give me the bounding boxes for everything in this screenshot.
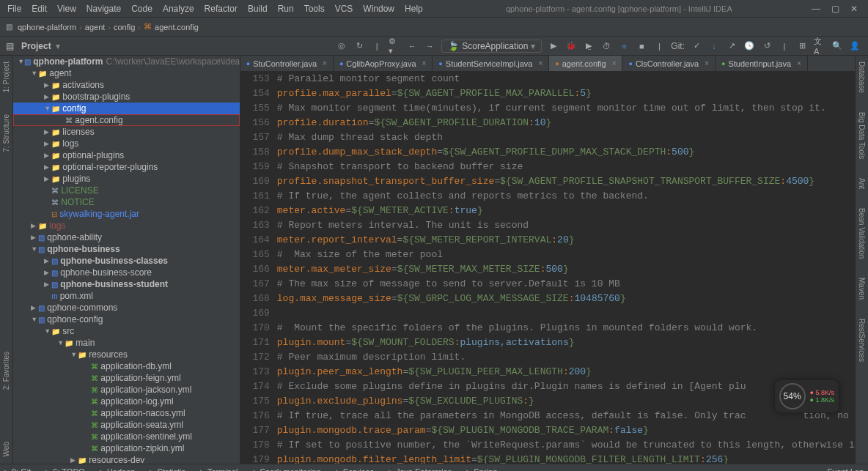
avatar-icon[interactable]: 👤 bbox=[849, 40, 861, 52]
breadcrumb-root[interactable]: qphone-platform bbox=[18, 23, 76, 31]
menu-vcs[interactable]: VCS bbox=[331, 2, 358, 15]
git-rollback-icon[interactable]: ↺ bbox=[761, 40, 773, 52]
run-icon[interactable]: ▶ bbox=[548, 40, 559, 52]
structure-tab[interactable]: 7: Structure bbox=[2, 114, 10, 152]
bigdata-tab[interactable]: Big Data Tools bbox=[858, 112, 866, 159]
tab-close-icon[interactable]: × bbox=[705, 59, 709, 67]
project-tool-icon[interactable]: ▤ bbox=[3, 41, 17, 51]
stop-icon[interactable]: ■ bbox=[636, 40, 647, 52]
tool-6todo[interactable]: ▸6: TODO bbox=[45, 467, 85, 471]
dropdown-icon[interactable]: ▾ bbox=[56, 41, 60, 51]
tree-item-application-seata-yml[interactable]: ⌘application-seata.yml bbox=[13, 419, 239, 431]
tree-item-plugins[interactable]: ▶📁plugins bbox=[13, 173, 239, 185]
git-commit-icon[interactable]: ↓ bbox=[708, 40, 720, 52]
close-icon[interactable]: ✕ bbox=[849, 4, 859, 14]
tab-close-icon[interactable]: × bbox=[422, 59, 427, 67]
menu-navigate[interactable]: Navigate bbox=[82, 2, 125, 15]
tree-item-qphone-business-score[interactable]: ▶▧qphone-business-score bbox=[13, 267, 239, 278]
debug-icon[interactable]: 🐞 bbox=[565, 40, 577, 52]
menu-build[interactable]: Build bbox=[243, 2, 272, 15]
tree-item-application-sentinel-yml[interactable]: ⌘application-sentinel.yml bbox=[13, 431, 239, 442]
tool-services[interactable]: ▸Services bbox=[336, 467, 374, 471]
web-tab[interactable]: Web bbox=[2, 442, 10, 456]
menu-refactor[interactable]: Refactor bbox=[200, 2, 242, 15]
tree-item-activations[interactable]: ▶📁activations bbox=[13, 79, 239, 91]
translate-icon[interactable]: 文A bbox=[814, 40, 825, 52]
tree-item-main[interactable]: ▼📁main bbox=[13, 337, 239, 349]
coverage-icon[interactable]: ▶̤ bbox=[583, 40, 595, 52]
tree-item-skywalking-agent-jar[interactable]: ⊟skywalking-agent.jar bbox=[13, 208, 239, 220]
tree-item-resources-dev[interactable]: ▶📁resources-dev bbox=[13, 454, 239, 464]
tab-StudentServiceImpl-java[interactable]: ●StudentServiceImpl.java× bbox=[433, 56, 549, 71]
tree-item-qphone-ability[interactable]: ▶▧qphone-ability bbox=[13, 231, 239, 243]
menu-help[interactable]: Help bbox=[400, 2, 427, 15]
tree-item-config[interactable]: ▼📁config bbox=[13, 103, 239, 114]
tree-item-pom-xml[interactable]: mpom.xml bbox=[13, 290, 239, 302]
project-tree[interactable]: ▼▧ qphone-platform C:\worker\JavaEE\work… bbox=[13, 56, 240, 464]
event-log[interactable]: Event Log bbox=[827, 467, 864, 472]
maximize-icon[interactable]: ▢ bbox=[830, 4, 840, 14]
gear-icon[interactable]: ⚙ ▾ bbox=[389, 40, 400, 52]
ant-tab[interactable]: Ant bbox=[858, 178, 866, 189]
tree-item-application-log-yml[interactable]: ⌘application-log.yml bbox=[13, 396, 239, 407]
attach-icon[interactable]: ⎆ bbox=[618, 40, 630, 52]
menu-tools[interactable]: Tools bbox=[300, 2, 329, 15]
tab-close-icon[interactable]: × bbox=[538, 59, 542, 67]
profile-icon[interactable]: ⏱ bbox=[600, 40, 612, 52]
menu-edit[interactable]: Edit bbox=[27, 2, 51, 15]
git-push-icon[interactable]: ↗ bbox=[726, 40, 738, 52]
minimize-icon[interactable]: — bbox=[811, 4, 821, 14]
tab-StuController-java[interactable]: ●StuController.java× bbox=[240, 56, 334, 71]
rest-tab[interactable]: RestServices bbox=[858, 319, 866, 362]
menu-view[interactable]: View bbox=[53, 2, 81, 15]
tree-item-optional-plugins[interactable]: ▶📁optional-plugins bbox=[13, 149, 239, 161]
tool-9git[interactable]: ▸9: Git bbox=[4, 467, 31, 471]
search-icon[interactable]: 🔍 bbox=[831, 40, 843, 52]
tool-spring[interactable]: ▸Spring bbox=[466, 467, 497, 471]
tab-CglibAopProxy-java[interactable]: ●CglibAopProxy.java× bbox=[334, 56, 433, 71]
tree-item-licenses[interactable]: ▶📁licenses bbox=[13, 126, 239, 138]
menu-run[interactable]: Run bbox=[273, 2, 298, 15]
tree-item-application-zipkin-yml[interactable]: ⌘application-zipkin.yml bbox=[13, 442, 239, 454]
tab-StudentInput-java[interactable]: ●StudentInput.java× bbox=[716, 56, 808, 71]
tree-item-logs[interactable]: ▶📁logs bbox=[13, 220, 239, 231]
tree-item-resources[interactable]: ▼📁resources bbox=[13, 349, 239, 360]
tree-item-application-db-yml[interactable]: ⌘application-db.yml bbox=[13, 360, 239, 372]
tree-item-qphone-business-classes[interactable]: ▶▧qphone-business-classes bbox=[13, 255, 239, 267]
menu-file[interactable]: File bbox=[3, 2, 26, 15]
tree-item-application-feign-yml[interactable]: ⌘application-feign.yml bbox=[13, 372, 239, 384]
tab-ClsController-java[interactable]: ●ClsController.java× bbox=[622, 56, 715, 71]
forward-icon[interactable]: → bbox=[424, 40, 435, 52]
favorites-tab[interactable]: 2: Favorites bbox=[2, 352, 10, 390]
tab-close-icon[interactable]: × bbox=[797, 59, 801, 67]
tree-item-agent-config[interactable]: ⌘agent.config bbox=[13, 114, 239, 126]
menu-analyze[interactable]: Analyze bbox=[158, 2, 199, 15]
breadcrumb-item[interactable]: config bbox=[114, 23, 135, 31]
tree-item-optional-reporter-plugins[interactable]: ▶📁optional-reporter-plugins bbox=[13, 161, 239, 173]
tree-item-logs[interactable]: ▶📁logs bbox=[13, 138, 239, 149]
tree-item-src[interactable]: ▼📁src bbox=[13, 325, 239, 337]
maven-tab[interactable]: Maven bbox=[858, 278, 866, 300]
tree-root[interactable]: ▼▧ qphone-platform C:\worker\JavaEE\work… bbox=[13, 56, 239, 67]
tree-item-LICENSE[interactable]: ⌘LICENSE bbox=[13, 185, 239, 196]
tree-item-NOTICE[interactable]: ⌘NOTICE bbox=[13, 196, 239, 208]
tool-statistic[interactable]: ▸Statistic bbox=[150, 467, 185, 471]
back-icon[interactable]: ← bbox=[406, 40, 418, 52]
git-update-icon[interactable]: ✓ bbox=[691, 40, 702, 52]
code-lines[interactable]: # Parallel monitor segment count profile… bbox=[277, 72, 855, 464]
project-tab[interactable]: 1: Project bbox=[2, 62, 10, 92]
bean-tab[interactable]: Bean Validation bbox=[858, 208, 866, 259]
tool-sparkmonitoring[interactable]: ▸Spark monitoring bbox=[253, 467, 321, 471]
tab-close-icon[interactable]: × bbox=[612, 59, 617, 67]
sync-icon[interactable]: ↻ bbox=[353, 40, 365, 52]
tree-item-qphone-business[interactable]: ▼▧qphone-business bbox=[13, 243, 239, 255]
tool-hadoop[interactable]: ▸Hadoop bbox=[100, 467, 136, 471]
tool-terminal[interactable]: ▸Terminal bbox=[200, 467, 238, 471]
menu-code[interactable]: Code bbox=[127, 2, 157, 15]
code-area[interactable]: 153 154 155 156 157 158 159 160 161 162 … bbox=[240, 72, 855, 464]
structure-icon[interactable]: ⊞ bbox=[796, 40, 808, 52]
menu-window[interactable]: Window bbox=[358, 2, 399, 15]
tree-item-qphone-business-student[interactable]: ▶▧qphone-business-student bbox=[13, 278, 239, 290]
tree-item-agent[interactable]: ▼📁agent bbox=[13, 67, 239, 79]
tree-item-qphone-config[interactable]: ▼▧qphone-config bbox=[13, 314, 239, 325]
